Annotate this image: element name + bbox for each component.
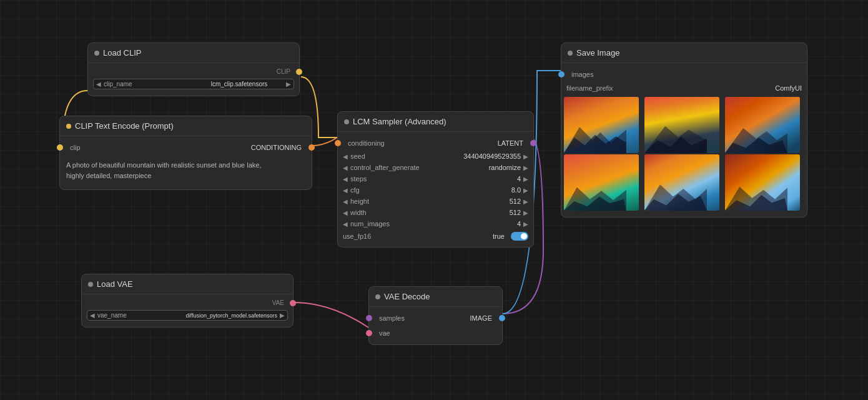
samples-label: samples (379, 314, 405, 322)
height-arrow-right[interactable]: ▶ (523, 198, 528, 205)
control-label: control_after_generate (350, 164, 486, 171)
num-images-value: 4 (490, 220, 521, 228)
num-images-label: num_images (350, 220, 487, 228)
width-arrow-left[interactable]: ◀ (343, 209, 348, 216)
mountain-svg-5 (644, 179, 707, 211)
clip-name-value: lcm_clip.safetensors (195, 81, 284, 88)
seed-arrow-left[interactable]: ◀ (343, 153, 348, 160)
load-clip-node: Load CLIP CLIP ◀ clip_name lcm_clip.safe… (87, 42, 300, 96)
vae-decode-vae-row: vae (369, 326, 502, 341)
fp16-value: true (473, 232, 505, 240)
control-arrow-right[interactable]: ▶ (523, 164, 528, 171)
clip-arrow-left: ◀ (96, 81, 101, 88)
clip-output-port[interactable] (296, 69, 302, 75)
vae-decode-body: samples IMAGE vae (369, 307, 502, 344)
save-image-header: Save Image (561, 43, 807, 63)
vae-decode-samples-row: samples IMAGE (369, 311, 502, 326)
lcm-seed-row: ◀ seed 344040949529355 ▶ (338, 151, 533, 162)
clip-name-row: ◀ clip_name lcm_clip.safetensors ▶ (88, 76, 299, 92)
vae-name-label: vae_name (97, 312, 184, 319)
vae-decode-vae-port[interactable] (366, 330, 372, 336)
num-images-arrow-left[interactable]: ◀ (343, 221, 348, 228)
load-clip-dot (94, 51, 99, 56)
vae-arrow-left: ◀ (90, 312, 95, 319)
clip-text-clip-port[interactable] (57, 144, 63, 151)
img-inner-2 (644, 97, 719, 153)
lcm-height-row: ◀ height 512 ▶ (338, 196, 533, 207)
lcm-sampler-node: LCM Sampler (Advanced) conditioning LATE… (337, 111, 534, 248)
conn-conditioning (312, 138, 337, 146)
clip-name-label: clip_name (104, 81, 192, 88)
steps-label: steps (350, 175, 487, 182)
cfg-arrow-right[interactable]: ▶ (523, 187, 528, 194)
clip-text-dot (66, 124, 71, 129)
img-inner-6 (725, 154, 800, 211)
load-vae-body: VAE ◀ vae_name diffusion_pytorch_model.s… (82, 294, 293, 327)
height-arrow-left[interactable]: ◀ (343, 198, 348, 205)
lcm-latent-output-port[interactable] (530, 140, 536, 146)
save-image-images-port[interactable] (558, 71, 565, 78)
cfg-arrow-left[interactable]: ◀ (343, 187, 348, 194)
clip-output-label: CLIP (88, 67, 299, 76)
lcm-sampler-dot (344, 119, 349, 124)
clip-text-body: clip CONDITIONING A photo of beautiful m… (60, 136, 312, 189)
save-image-images-row: images (561, 67, 807, 82)
control-value: randomize (489, 164, 521, 171)
seed-label: seed (350, 152, 461, 160)
img-inner-1 (564, 97, 639, 153)
vae-output-port[interactable] (290, 300, 296, 306)
fp16-toggle[interactable] (511, 232, 528, 241)
clip-text-title: CLIP Text Encode (Prompt) (75, 121, 174, 131)
generated-image-4 (564, 154, 639, 211)
cfg-label: cfg (350, 186, 487, 194)
vae-output-label-row: VAE (82, 298, 293, 308)
image-output-label: IMAGE (470, 314, 492, 322)
load-vae-dot (88, 282, 93, 287)
vae-decode-samples-port[interactable] (366, 315, 372, 321)
lcm-num-images-row: ◀ num_images 4 ▶ (338, 218, 533, 229)
steps-arrow-right[interactable]: ▶ (523, 176, 528, 182)
seed-arrow-right[interactable]: ▶ (523, 153, 528, 160)
height-label: height (350, 198, 487, 205)
img-inner-3 (725, 97, 800, 153)
filename-prefix-value[interactable]: ComfyUI (775, 84, 802, 92)
cfg-value: 8.0 (490, 186, 521, 194)
conditioning-output-port[interactable] (308, 144, 315, 151)
num-images-arrow-right[interactable]: ▶ (523, 221, 528, 228)
vae-decode-image-port[interactable] (499, 315, 505, 321)
lcm-fp16-row: use_fp16 true (338, 229, 533, 243)
save-image-grid (561, 94, 807, 213)
load-clip-body: CLIP ◀ clip_name lcm_clip.safetensors ▶ (88, 63, 299, 96)
mountain-svg-3 (725, 122, 787, 153)
lcm-sampler-title: LCM Sampler (Advanced) (353, 117, 446, 126)
vae-name-input[interactable]: ◀ vae_name diffusion_pytorch_model.safet… (87, 310, 288, 321)
mountain-svg-1 (564, 122, 626, 153)
control-arrow-left[interactable]: ◀ (343, 164, 348, 171)
lcm-sampler-body: conditioning LATENT ◀ seed 3440409495293… (338, 132, 533, 247)
generated-image-6 (725, 154, 800, 211)
clip-text-encode-node: CLIP Text Encode (Prompt) clip CONDITION… (59, 116, 312, 190)
lcm-conditioning-label: conditioning (348, 139, 385, 147)
lcm-width-row: ◀ width 512 ▶ (338, 207, 533, 218)
clip-arrow-right: ▶ (286, 81, 291, 88)
prompt-text[interactable]: A photo of beautiful mountain with reali… (60, 155, 312, 186)
steps-value: 4 (490, 175, 521, 182)
generated-image-5 (644, 154, 719, 211)
generated-image-1 (564, 97, 639, 153)
vae-decode-dot (375, 294, 380, 299)
lcm-control-row: ◀ control_after_generate randomize ▶ (338, 162, 533, 173)
save-image-filename-row: filename_prefix ComfyUI (561, 82, 807, 94)
load-vae-header: Load VAE (82, 274, 293, 294)
clip-name-input[interactable]: ◀ clip_name lcm_clip.safetensors ▶ (93, 79, 294, 89)
steps-arrow-left[interactable]: ◀ (343, 176, 348, 182)
conditioning-output-label: CONDITIONING (251, 144, 302, 151)
lcm-conditioning-row: conditioning LATENT (338, 136, 533, 151)
clip-text-clip-row: clip CONDITIONING (60, 140, 312, 155)
generated-image-3 (725, 97, 800, 153)
save-image-node: Save Image images filename_prefix ComfyU… (561, 42, 807, 218)
lcm-conditioning-input-port[interactable] (335, 140, 341, 146)
width-label: width (350, 209, 487, 216)
seed-value: 344040949529355 (463, 152, 521, 160)
width-arrow-right[interactable]: ▶ (523, 209, 528, 216)
vae-decode-title: VAE Decode (384, 292, 430, 301)
